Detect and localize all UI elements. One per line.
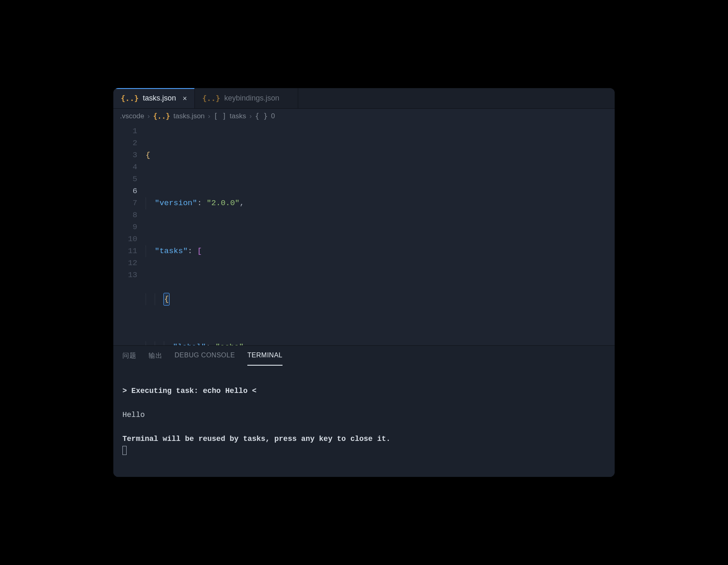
json-file-icon: {..} [153, 112, 170, 120]
array-icon: [ ] [213, 112, 226, 120]
line-number: 2 [113, 137, 137, 149]
line-number: 13 [113, 269, 137, 281]
breadcrumb-symbol[interactable]: 0 [271, 112, 275, 120]
breadcrumb-file[interactable]: tasks.json [173, 112, 205, 120]
object-icon: { } [255, 112, 268, 120]
bottom-panel: 问题 输出 DEBUG CONSOLE TERMINAL > Executing… [113, 345, 615, 477]
json-file-icon: {..} [202, 94, 220, 103]
editor-window: {..} tasks.json × {..} keybindings.json … [113, 88, 615, 477]
json-file-icon: {..} [121, 94, 139, 103]
tab-tasks-json[interactable]: {..} tasks.json × [113, 88, 195, 108]
close-icon[interactable]: × [182, 95, 187, 102]
code-line[interactable]: "version": "2.0.0", [146, 197, 615, 209]
tab-label: tasks.json [143, 94, 176, 103]
line-number: 7 [113, 197, 137, 209]
line-number: 10 [113, 233, 137, 245]
chevron-right-icon: › [148, 112, 150, 120]
panel-tab-debug-console[interactable]: DEBUG CONSOLE [175, 352, 235, 365]
breadcrumb-folder[interactable]: .vscode [120, 112, 144, 120]
code-line[interactable]: "label": "echo", [146, 341, 615, 345]
breadcrumb-symbol[interactable]: tasks [230, 112, 246, 120]
code-line[interactable]: { [146, 149, 615, 161]
code-line[interactable]: "tasks": [ [146, 245, 615, 257]
panel-tab-output[interactable]: 输出 [148, 352, 162, 365]
tab-bar: {..} tasks.json × {..} keybindings.json … [113, 88, 615, 109]
terminal-line: Hello [122, 411, 145, 419]
line-number-gutter: 1 2 3 4 5 6 7 8 9 10 11 12 13 [113, 124, 146, 345]
chevron-right-icon: › [249, 112, 252, 120]
breadcrumb[interactable]: .vscode › {..} tasks.json › [ ] tasks › … [113, 109, 615, 124]
code-line[interactable]: { [146, 293, 615, 305]
terminal-cursor [122, 446, 127, 455]
matching-bracket-open: { [164, 293, 169, 305]
line-number: 5 [113, 173, 137, 185]
tab-keybindings-json[interactable]: {..} keybindings.json × [195, 88, 298, 108]
line-number: 9 [113, 221, 137, 233]
tab-label: keybindings.json [224, 94, 279, 103]
terminal-line: Terminal will be reused by tasks, press … [122, 435, 390, 443]
code-editor[interactable]: 1 2 3 4 5 6 7 8 9 10 11 12 13 { "version… [113, 124, 615, 345]
panel-tab-problems[interactable]: 问题 [122, 352, 136, 365]
line-number: 1 [113, 125, 137, 137]
code-content[interactable]: { "version": "2.0.0", "tasks": [ { "labe… [146, 124, 615, 345]
line-number: 11 [113, 245, 137, 257]
line-number: 8 [113, 209, 137, 221]
panel-tab-bar: 问题 输出 DEBUG CONSOLE TERMINAL [113, 346, 615, 366]
panel-tab-terminal[interactable]: TERMINAL [247, 352, 283, 366]
chevron-right-icon: › [208, 112, 211, 120]
terminal-output[interactable]: > Executing task: echo Hello < Hello Ter… [113, 366, 615, 477]
terminal-line: > Executing task: echo Hello < [122, 387, 256, 395]
line-number: 12 [113, 257, 137, 269]
line-number: 4 [113, 161, 137, 173]
line-number: 3 [113, 149, 137, 161]
line-number: 6 [113, 185, 137, 197]
